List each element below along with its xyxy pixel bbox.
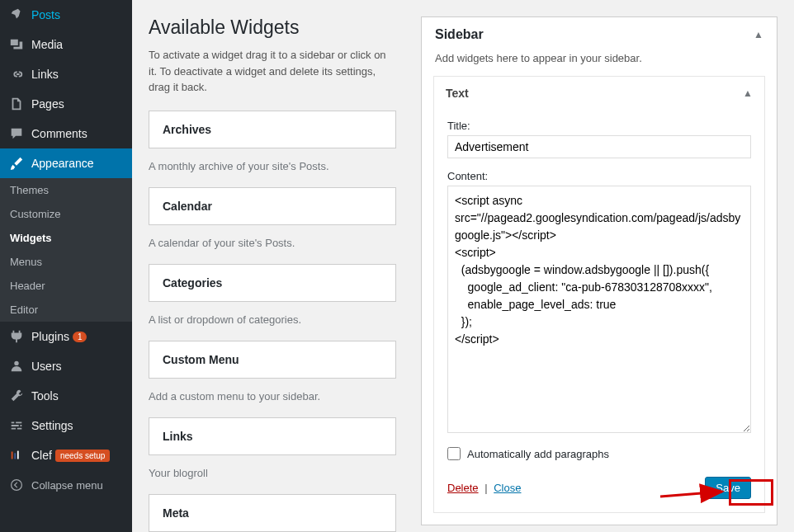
brush-icon bbox=[8, 155, 25, 172]
collapse-label: Collapse menu bbox=[31, 479, 103, 492]
sub-widgets[interactable]: Widgets bbox=[0, 226, 132, 250]
text-widget: Text ▲ Title: Content: Automatically add… bbox=[433, 76, 765, 513]
pin-icon bbox=[8, 7, 25, 23]
text-widget-name: Text bbox=[446, 87, 469, 100]
nav-links[interactable]: Links bbox=[0, 59, 132, 89]
nav-users[interactable]: Users bbox=[0, 351, 132, 381]
nav-clef[interactable]: Clef needs setup bbox=[0, 440, 132, 470]
nav-label: Appearance bbox=[31, 157, 94, 170]
panel-header[interactable]: Sidebar ▲ bbox=[422, 17, 777, 52]
sliders-icon bbox=[8, 417, 25, 434]
widget-categories[interactable]: Categories bbox=[149, 264, 396, 302]
autop-label: Automatically add paragraphs bbox=[467, 448, 609, 460]
nav-label: Settings bbox=[31, 419, 73, 432]
content-label: Content: bbox=[447, 170, 751, 182]
widget-categories-desc: A list or dropdown of categories. bbox=[149, 302, 396, 341]
panel-desc: Add widgets here to appear in your sideb… bbox=[422, 52, 777, 76]
autop-checkbox[interactable] bbox=[447, 447, 461, 460]
sub-menus[interactable]: Menus bbox=[0, 250, 132, 274]
widget-calendar[interactable]: Calendar bbox=[149, 187, 396, 225]
close-link[interactable]: Close bbox=[494, 482, 521, 494]
widget-links[interactable]: Links bbox=[149, 417, 396, 455]
title-label: Title: bbox=[447, 120, 751, 132]
users-icon bbox=[8, 358, 25, 374]
sub-editor[interactable]: Editor bbox=[0, 298, 132, 322]
caret-up-icon: ▲ bbox=[754, 29, 763, 40]
plugins-badge: 1 bbox=[73, 332, 87, 342]
delete-link[interactable]: Delete bbox=[447, 482, 479, 494]
media-icon bbox=[8, 36, 25, 53]
separator: | bbox=[484, 482, 487, 494]
text-widget-header[interactable]: Text ▲ bbox=[434, 77, 764, 110]
save-button[interactable]: Save bbox=[705, 477, 751, 499]
pages-icon bbox=[8, 96, 25, 112]
nav-appearance[interactable]: Appearance bbox=[0, 148, 132, 178]
link-icon bbox=[8, 66, 25, 82]
nav-label: Links bbox=[31, 68, 59, 81]
appearance-submenu: Themes Customize Widgets Menus Header Ed… bbox=[0, 178, 132, 322]
admin-sidebar: Posts Media Links Pages Comments Appeara… bbox=[0, 0, 132, 532]
nav-pages[interactable]: Pages bbox=[0, 89, 132, 119]
nav-label: Posts bbox=[31, 8, 60, 21]
svg-rect-3 bbox=[17, 451, 19, 459]
nav-label: Clef bbox=[31, 449, 52, 462]
widget-meta[interactable]: Meta bbox=[149, 494, 396, 532]
sub-themes[interactable]: Themes bbox=[0, 178, 132, 202]
clef-badge: needs setup bbox=[55, 450, 111, 462]
available-widgets-col: Available Widgets To activate a widget d… bbox=[149, 16, 396, 516]
svg-point-4 bbox=[12, 480, 22, 491]
nav-label: Users bbox=[31, 360, 62, 373]
nav-label: Pages bbox=[31, 97, 64, 111]
title-input[interactable] bbox=[447, 135, 751, 158]
autop-row[interactable]: Automatically add paragraphs bbox=[447, 447, 751, 460]
collapse-menu[interactable]: Collapse menu bbox=[0, 470, 132, 500]
widget-custom-menu[interactable]: Custom Menu bbox=[149, 341, 396, 379]
sidebar-panel: Sidebar ▲ Add widgets here to appear in … bbox=[421, 16, 777, 525]
svg-rect-2 bbox=[14, 453, 16, 459]
nav-label: Media bbox=[31, 38, 63, 51]
wrench-icon bbox=[8, 388, 25, 404]
nav-tools[interactable]: Tools bbox=[0, 381, 132, 411]
collapse-icon bbox=[8, 477, 25, 493]
comment-icon bbox=[8, 125, 25, 142]
panel-title: Sidebar bbox=[435, 27, 484, 42]
svg-rect-1 bbox=[12, 452, 13, 459]
widget-archives[interactable]: Archives bbox=[149, 111, 396, 148]
content-textarea[interactable] bbox=[447, 186, 751, 433]
clef-icon bbox=[8, 447, 25, 464]
widget-archives-desc: A monthly archive of your site's Posts. bbox=[149, 148, 396, 187]
widget-links-desc: Your blogroll bbox=[149, 455, 396, 494]
nav-label: Plugins bbox=[31, 330, 69, 343]
sidebar-panel-col: Sidebar ▲ Add widgets here to appear in … bbox=[421, 16, 777, 516]
nav-label: Tools bbox=[31, 389, 59, 403]
sub-header[interactable]: Header bbox=[0, 274, 132, 298]
nav-comments[interactable]: Comments bbox=[0, 119, 132, 148]
caret-up-icon: ▲ bbox=[743, 87, 753, 99]
nav-media[interactable]: Media bbox=[0, 30, 132, 59]
main-content: Available Widgets To activate a widget d… bbox=[132, 0, 794, 532]
nav-settings[interactable]: Settings bbox=[0, 411, 132, 440]
available-desc: To activate a widget drag it to a sideba… bbox=[149, 47, 396, 96]
nav-posts[interactable]: Posts bbox=[0, 0, 132, 30]
svg-point-0 bbox=[14, 361, 18, 365]
widget-calendar-desc: A calendar of your site's Posts. bbox=[149, 225, 396, 264]
plug-icon bbox=[8, 328, 25, 345]
available-title: Available Widgets bbox=[149, 16, 396, 39]
widget-custom-menu-desc: Add a custom menu to your sidebar. bbox=[149, 379, 396, 417]
nav-plugins[interactable]: Plugins 1 bbox=[0, 322, 132, 351]
sub-customize[interactable]: Customize bbox=[0, 202, 132, 226]
nav-label: Comments bbox=[31, 127, 87, 140]
